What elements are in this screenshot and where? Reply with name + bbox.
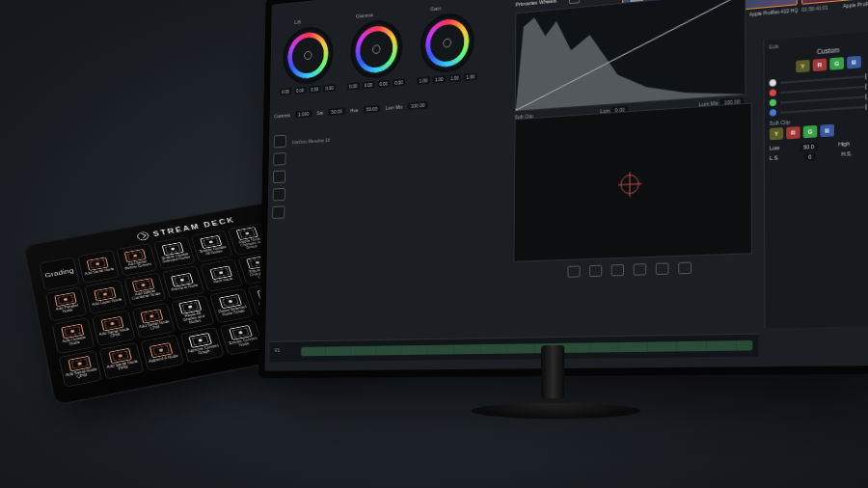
play-reverse-button[interactable] xyxy=(589,265,602,277)
curves-panel: Primaries Wheels Offset Curves xyxy=(515,0,754,120)
app-label: DaVinci Resolve 16 xyxy=(292,137,330,145)
deck-key-8[interactable]: Add Parallel Node xyxy=(45,286,88,321)
ls-value[interactable]: 0 xyxy=(804,152,816,161)
scene-root: STREAM DECK GradingAdd Serial NodeAdd Se… xyxy=(0,0,868,488)
gamma-values: 0.000.000.000.00 xyxy=(347,78,406,90)
lift-wheel[interactable]: 0.000.000.000.00 xyxy=(280,24,338,95)
color-viewer[interactable] xyxy=(514,102,753,261)
sat-value[interactable]: 50.00 xyxy=(328,107,345,116)
gain-wheel[interactable]: 1.001.001.001.00 xyxy=(417,11,477,85)
histogram-icon xyxy=(516,0,746,111)
deck-key-11[interactable]: Previous Node xyxy=(162,265,205,299)
gain-values: 1.001.001.001.00 xyxy=(417,72,477,85)
chip-b[interactable]: B xyxy=(847,56,861,69)
node-toolbar: DaVinci Resolve 16 xyxy=(292,120,506,150)
monitor: 01:32:13:05 01:28:20:15V17801:37:47:19Ap… xyxy=(212,0,868,463)
contrast-value[interactable]: 1.000 xyxy=(295,110,312,119)
stop-button[interactable] xyxy=(611,264,624,277)
wheel-label-gain: Gain xyxy=(430,6,441,13)
left-tool-column xyxy=(272,135,287,219)
timeline-track[interactable] xyxy=(301,340,752,356)
deck-key-25[interactable]: Add Serial Node PPW xyxy=(99,341,144,379)
deck-key-0[interactable]: Grading xyxy=(39,257,80,290)
resolve-color-page: 01:32:13:05 01:28:20:15V17801:37:47:19Ap… xyxy=(264,0,868,371)
clip-thumb-2[interactable]: 00:33:38:17V18001:56:41:01Apple ProRes 4… xyxy=(801,0,868,13)
wheel-label-lift: Lift xyxy=(294,19,301,25)
elgato-logo-icon xyxy=(137,231,150,241)
key-label: Grading xyxy=(44,267,74,279)
chip-r[interactable]: R xyxy=(813,59,827,72)
prev-clip-button[interactable] xyxy=(567,265,580,277)
deck-key-16[interactable]: Add Outside Node xyxy=(52,317,95,354)
deck-key-1[interactable]: Add Serial Node xyxy=(77,250,119,283)
low-value[interactable]: 50.0 xyxy=(800,143,818,151)
tool-1[interactable] xyxy=(274,135,286,149)
monitor-bezel: 01:32:13:05 01:28:20:15V17801:37:47:19Ap… xyxy=(258,0,868,378)
deck-key-19[interactable]: Reset All Grades and Nodes xyxy=(171,295,215,331)
loop-button[interactable] xyxy=(678,262,692,275)
primaries-wheels-panel: Lift Gamma Gain 0.000.000.000.00 0.000.0… xyxy=(275,0,521,96)
tab-primaries-wheels[interactable]: Primaries Wheels xyxy=(516,0,557,8)
lift-values: 0.000.000.000.00 xyxy=(280,84,337,95)
primaries-footer: Contrast1.000 Sat50.00 Hue50.00 Lum Mix1… xyxy=(274,95,520,120)
next-clip-button[interactable] xyxy=(656,262,669,275)
tool-2[interactable] xyxy=(273,152,285,166)
lummix-value[interactable]: 100.00 xyxy=(408,101,428,110)
curves-sidebar: Edit Custom Y R G B 100 100 100 100 Soft… xyxy=(763,30,868,328)
custom-curve-editor[interactable] xyxy=(515,0,746,112)
play-button[interactable] xyxy=(634,263,647,276)
track-label-v1: V1 xyxy=(275,347,281,353)
tool-5[interactable] xyxy=(272,205,285,219)
deck-key-3[interactable]: Enable Disable Selected Nodes xyxy=(153,236,196,269)
sc-chip-r[interactable]: R xyxy=(786,126,800,139)
deck-key-2[interactable]: Add Serial Before Current xyxy=(116,243,157,276)
hue-value[interactable]: 50.00 xyxy=(363,105,380,114)
monitor-stand xyxy=(505,354,605,462)
tool-3[interactable] xyxy=(273,170,285,183)
deck-key-24[interactable]: Add Serial Node QPW xyxy=(59,349,103,387)
deck-key-17[interactable]: Add Serial Node CPW xyxy=(92,310,135,345)
gamma-wheel[interactable]: 0.000.000.000.00 xyxy=(347,17,406,90)
deck-key-26[interactable]: Append A Node xyxy=(140,334,185,371)
sc-chip-g[interactable]: G xyxy=(803,125,818,138)
chip-y[interactable]: Y xyxy=(796,60,809,72)
chip-g[interactable]: G xyxy=(829,57,844,70)
deck-key-18[interactable]: Add Serial Node LPW xyxy=(131,303,175,339)
deck-key-9[interactable]: Add Layer Node xyxy=(85,280,127,314)
tool-4[interactable] xyxy=(273,188,285,202)
sc-chip-b[interactable]: B xyxy=(820,124,834,137)
sc-chip-y[interactable]: Y xyxy=(770,127,783,140)
deck-key-10[interactable]: Add Splitter Combiner Node xyxy=(123,272,166,307)
dropdown-icon[interactable] xyxy=(569,0,580,4)
wheel-label-gamma: Gamma xyxy=(356,12,373,18)
crosshair-icon xyxy=(620,175,638,195)
